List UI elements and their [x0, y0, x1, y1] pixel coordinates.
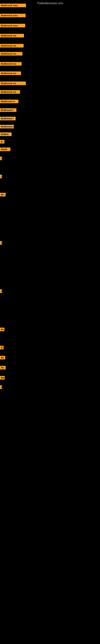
bar-item: Bottleneck res [0, 52, 22, 56]
bar-label: | [0, 241, 2, 245]
bar-label: | [0, 156, 2, 160]
bar-item: Bottleneck res [0, 90, 20, 94]
bar-item: B [0, 140, 4, 144]
bar-item: Bottleneck re [0, 100, 18, 103]
bar-item: Bottleneck d [0, 125, 14, 128]
bar-label: | [0, 290, 2, 293]
bar-label: Bottleneck r [0, 117, 16, 120]
bar-label: Bottleneck resu [0, 4, 26, 7]
bar-label: B [0, 140, 4, 144]
bar-label: Bo [0, 193, 6, 196]
bar-label: Bo [0, 328, 4, 331]
bar-label: Bottleneck res [0, 82, 26, 85]
bar-item: Bottleneck r [0, 117, 16, 120]
bar-item: | [0, 241, 2, 245]
bar-item: Bottleneck res [0, 34, 24, 38]
bar-label: Bottleneck res [0, 72, 21, 75]
bar-label: Bottle [0, 148, 10, 151]
bar-label: | [0, 386, 2, 389]
bar-label: Bottleneck r [0, 108, 16, 112]
bar-label: Bottlen [0, 132, 12, 136]
bar-item: | [0, 290, 2, 293]
bar-item: Bottleneck r [0, 108, 16, 112]
bar-label: Bottleneck res [0, 34, 24, 38]
bar-item: Bottleneck res [0, 82, 26, 85]
bar-item: Bottleneck resu [0, 4, 26, 7]
bar-label: | [0, 175, 2, 178]
bar-label: Bottleneck res [0, 44, 24, 48]
bar-item: Bottleneck resu [0, 14, 26, 17]
bar-item: Bottleneck res [0, 44, 24, 48]
bar-label: Bo [0, 356, 5, 360]
bar-item: Bo [0, 356, 5, 360]
bar-item: Bottleneck resu [0, 24, 25, 27]
bar-label: Bottleneck res [0, 62, 22, 66]
bar-item: Bo [0, 193, 6, 196]
bar-item: | [0, 175, 2, 178]
bar-item: Bottle [0, 148, 10, 151]
bar-item: | [0, 156, 2, 160]
bar-label: Bottleneck resu [0, 24, 25, 27]
bar-label: Bottleneck d [0, 125, 14, 128]
bar-label: Bottleneck re [0, 100, 18, 103]
bar-item: Bottleneck res [0, 62, 22, 66]
bar-item: B [0, 346, 3, 349]
bar-label: Bot [0, 376, 5, 380]
bar-label: Bottleneck res [0, 90, 20, 94]
bar-item: Bo [0, 328, 4, 331]
bar-label: Bottleneck resu [0, 14, 26, 17]
bar-item: Bot [0, 376, 5, 380]
bar-item: Bottleneck res [0, 72, 21, 75]
bar-item: | [0, 386, 2, 389]
bar-label: Bo [0, 366, 6, 370]
bar-label: Bottleneck res [0, 52, 22, 56]
bar-item: Bottlen [0, 132, 12, 136]
bar-item: Bo [0, 366, 6, 370]
bar-label: B [0, 346, 3, 349]
